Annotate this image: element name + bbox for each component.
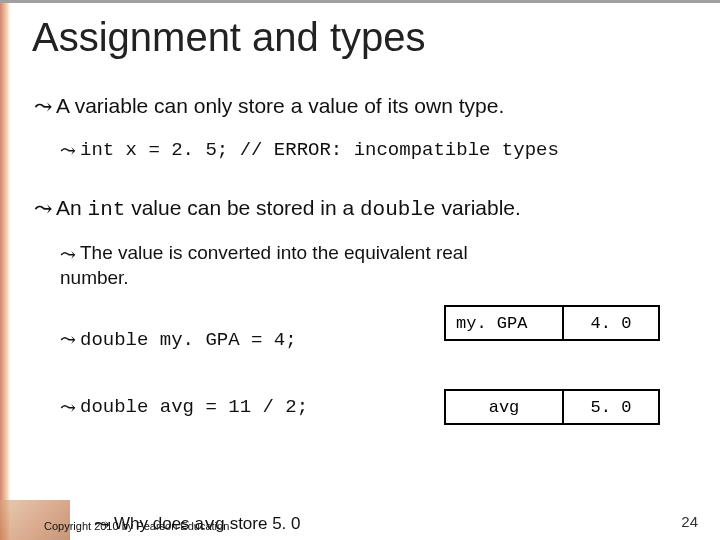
bullet-b1-code2: double <box>360 198 436 221</box>
slide-title: Assignment and types <box>32 15 426 60</box>
bullet-b1-post: variable. <box>436 196 521 219</box>
bullet-b1-code1: int <box>88 198 126 221</box>
accent-left <box>0 3 10 540</box>
bullet-c1-code: double my. GPA = 4; <box>80 329 297 351</box>
bullet-a1-text: A variable can only store a value of its… <box>56 94 504 117</box>
cutoff-pre: Why does <box>114 514 194 533</box>
bullet-icon: ⤳ <box>60 245 76 264</box>
bullet-icon: ⤳ <box>94 515 110 534</box>
bullet-c2-code: double avg = 11 / 2; <box>80 396 308 418</box>
box-gpa-value: 4. 0 <box>562 307 658 339</box>
box-avg-label: avg <box>446 391 562 423</box>
bullet-icon: ⤳ <box>34 198 52 220</box>
cutoff-post: store 5. 0 <box>225 514 301 533</box>
bullet-b1-pre: An <box>56 196 88 219</box>
bullet-icon: ⤳ <box>60 141 76 160</box>
slide-body: ⤳A variable can only store a value of it… <box>34 93 694 434</box>
bullet-icon: ⤳ <box>60 330 76 349</box>
box-avg: avg 5. 0 <box>444 389 660 425</box>
cutoff-bullet: ⤳Why does avg store 5. 0 <box>94 514 301 534</box>
bullet-b2: ⤳The value is converted into the equival… <box>60 241 470 290</box>
slide-number: 24 <box>681 513 698 530</box>
box-avg-value: 5. 0 <box>562 391 658 423</box>
bullet-b1-mid: value can be stored in a <box>125 196 360 219</box>
bullet-a2-code: int x = 2. 5; // ERROR: incompatible typ… <box>80 139 559 161</box>
box-gpa: my. GPA 4. 0 <box>444 305 660 341</box>
bullet-a2: ⤳int x = 2. 5; // ERROR: incompatible ty… <box>60 137 694 163</box>
bullet-b1: ⤳An int value can be stored in a double … <box>34 195 694 223</box>
bullet-a1: ⤳A variable can only store a value of it… <box>34 93 694 119</box>
box-gpa-label: my. GPA <box>446 307 562 339</box>
cutoff-code: avg <box>194 515 225 534</box>
bullet-icon: ⤳ <box>34 96 52 118</box>
bullet-icon: ⤳ <box>60 398 76 417</box>
bullet-b2-text: The value is converted into the equivale… <box>60 242 468 288</box>
slide: Assignment and types ⤳A variable can onl… <box>0 0 720 540</box>
